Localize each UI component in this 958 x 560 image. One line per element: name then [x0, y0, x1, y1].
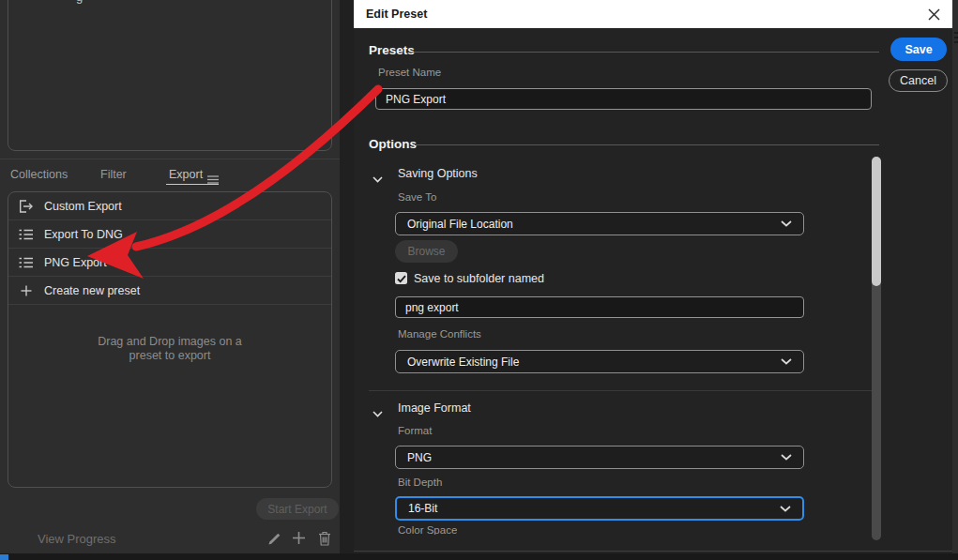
section-rule — [412, 52, 879, 53]
hamburger-icon[interactable] — [207, 171, 219, 188]
subfolder-checkbox[interactable] — [395, 272, 407, 284]
dialog-scrollbar-thumb[interactable] — [872, 157, 881, 286]
plus-icon — [18, 285, 34, 296]
chevron-down-icon — [781, 358, 792, 365]
preset-item-create-new[interactable]: Create new preset — [8, 277, 331, 305]
preset-name-input[interactable] — [375, 88, 872, 110]
bit-depth-label: Bit Depth — [398, 477, 442, 488]
chevron-down-icon — [781, 220, 792, 227]
save-to-label: Save To — [398, 191, 436, 203]
dialog-title: Edit Preset — [366, 8, 427, 21]
browse-button[interactable]: Browse — [395, 240, 458, 263]
save-to-dropdown[interactable]: Original File Location — [395, 212, 804, 235]
chevron-down-icon[interactable] — [373, 404, 383, 421]
bit-depth-dropdown[interactable]: 16-Bit — [395, 496, 804, 521]
trash-icon[interactable] — [318, 531, 331, 550]
dialog-bottom-border — [354, 551, 952, 552]
preset-item-label: Custom Export — [44, 200, 122, 213]
check-icon — [397, 270, 406, 287]
taskbar-accent-fragment — [0, 554, 8, 560]
edit-preset-dialog: Edit Preset Presets Save Cancel Preset N… — [354, 0, 952, 553]
color-space-label: Color Space — [398, 524, 457, 535]
save-to-value: Original File Location — [407, 218, 513, 231]
preset-item-export-to-dng[interactable]: Export To DNG — [8, 220, 331, 249]
chevron-down-icon — [780, 506, 791, 512]
app-screen: + g Collections Filter Export Custom Exp… — [0, 0, 958, 560]
add-icon[interactable] — [292, 531, 306, 549]
clipped-text-fragment: + — [19, 0, 26, 4]
tab-filter[interactable]: Filter — [100, 168, 127, 181]
save-button[interactable]: Save — [890, 38, 947, 61]
format-label: Format — [398, 425, 432, 436]
dropzone-hint-line2: preset to export — [8, 349, 331, 363]
export-side-panel: + g Collections Filter Export Custom Exp… — [0, 0, 340, 553]
view-progress-link[interactable]: View Progress — [38, 532, 116, 546]
saving-options-heading[interactable]: Saving Options — [398, 167, 478, 180]
bottom-edge-strip — [0, 553, 958, 560]
chevron-down-icon — [781, 454, 792, 461]
start-export-button[interactable]: Start Export — [256, 498, 339, 520]
format-dropdown[interactable]: PNG — [395, 446, 804, 469]
clipped-text-fragment: g — [76, 0, 83, 4]
subfolder-checkbox-label[interactable]: Save to subfolder named — [414, 272, 544, 285]
cancel-button[interactable]: Cancel — [889, 69, 948, 92]
bit-depth-value: 16-Bit — [408, 502, 437, 515]
preset-item-label: PNG Export — [44, 256, 107, 269]
chevron-down-icon[interactable] — [373, 170, 383, 187]
list-icon — [18, 257, 34, 268]
background-window-edge — [952, 0, 958, 553]
dropzone-hint: Drag and Drop images on a preset to expo… — [8, 335, 331, 363]
dialog-titlebar: Edit Preset — [354, 0, 952, 28]
tab-collections[interactable]: Collections — [10, 168, 68, 181]
manage-conflicts-dropdown[interactable]: Overwrite Existing File — [395, 350, 804, 373]
tab-export[interactable]: Export — [169, 168, 203, 181]
pencil-icon[interactable] — [267, 532, 281, 550]
image-grid-panel — [8, 0, 332, 151]
options-divider — [369, 390, 880, 391]
preset-item-label: Create new preset — [44, 284, 140, 297]
preset-name-label: Preset Name — [378, 67, 441, 78]
panel-divider — [0, 159, 340, 159]
close-icon[interactable] — [928, 8, 940, 21]
section-rule — [415, 144, 879, 145]
preset-list: Custom Export Export To DNG PNG Export C… — [8, 191, 332, 488]
export-icon — [18, 200, 34, 213]
preset-item-custom-export[interactable]: Custom Export — [8, 192, 331, 220]
image-format-heading[interactable]: Image Format — [398, 401, 471, 415]
subfolder-name-input[interactable] — [395, 296, 804, 318]
manage-conflicts-value: Overwrite Existing File — [407, 356, 519, 369]
dropzone-hint-line1: Drag and Drop images on a — [8, 335, 331, 349]
manage-conflicts-label: Manage Conflicts — [398, 328, 481, 340]
list-icon — [18, 229, 34, 240]
preset-item-png-export[interactable]: PNG Export — [8, 249, 331, 277]
presets-section-heading: Presets — [369, 43, 415, 57]
preset-item-label: Export To DNG — [44, 228, 123, 241]
format-value: PNG — [407, 451, 432, 464]
clipped-ui-fragment — [954, 32, 958, 43]
options-section-heading: Options — [369, 137, 417, 151]
